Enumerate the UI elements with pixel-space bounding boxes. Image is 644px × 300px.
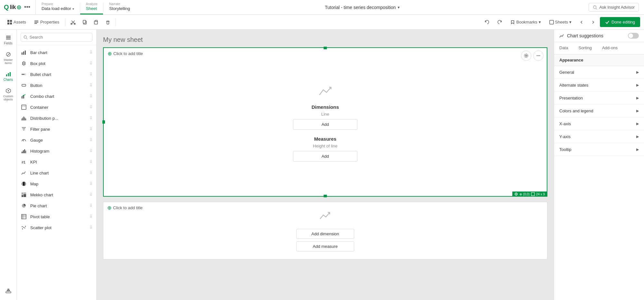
next-sheet-button[interactable] (588, 18, 598, 26)
rp-section-header-alternate-states[interactable]: Alternate states ▶ (554, 79, 644, 91)
resize-handle-top[interactable] (324, 47, 327, 49)
app-menu-button[interactable]: ••• (23, 4, 32, 11)
properties-toggle-button[interactable]: Properties (31, 18, 62, 27)
add-measure-button-2[interactable]: Add measure (296, 241, 354, 251)
chart-item-pivot-table[interactable]: Pivot table ⠿ (17, 211, 96, 222)
cut-button[interactable] (68, 18, 78, 27)
rp-section-y-axis: Y-axis ▶ (554, 130, 644, 143)
search-input-wrap[interactable] (21, 33, 92, 42)
rp-section-header-general[interactable]: General ▶ (554, 66, 644, 79)
rp-tab-sorting[interactable]: Sorting (573, 42, 597, 54)
chart-item-filter-pane[interactable]: Filter pane ⠿ (17, 124, 96, 135)
sidebar-item-bottom[interactable] (1, 285, 16, 296)
add-dimension-button-1[interactable]: Add (293, 119, 357, 130)
rp-tab-data[interactable]: Data (554, 42, 573, 54)
paste-button[interactable] (91, 18, 101, 27)
chart-item-container[interactable]: Container ⠿ (17, 102, 96, 113)
svg-point-74 (22, 229, 23, 230)
pie-chart-label: Pie chart (30, 203, 47, 208)
chart-item-mekko[interactable]: Mekko chart ⠿ (17, 189, 96, 200)
button-icon (21, 82, 27, 89)
nav-analyze[interactable]: Analyze Sheet (80, 0, 103, 14)
rp-section-header-colors-legend[interactable]: Colors and legend ▶ (554, 105, 644, 117)
container-icon (21, 104, 27, 110)
widget-more-button[interactable] (533, 51, 544, 61)
combo-chart-drag-icon: ⠿ (90, 94, 92, 98)
chart-item-map[interactable]: Map ⠿ (17, 178, 96, 189)
copy-button[interactable] (80, 18, 90, 27)
bookmarks-button[interactable]: Bookmarks ▾ (507, 18, 544, 26)
click-to-add-title-2[interactable]: ⊕ Click to add title (107, 205, 143, 211)
chart-item-bar-chart[interactable]: Bar chart ⠿ (17, 47, 96, 58)
chart-item-line-chart[interactable]: Line chart ⠿ (17, 167, 96, 178)
gauge-icon (21, 137, 27, 143)
ask-advisor-button[interactable]: Ask Insight Advisor (589, 3, 639, 12)
chart-item-gauge[interactable]: Gauge ⠿ (17, 135, 96, 145)
bar-chart-drag-icon: ⠿ (90, 50, 92, 55)
click-to-add-title-1[interactable]: ⊕ Click to add title (108, 51, 143, 57)
rp-tab-addons[interactable]: Add-ons (597, 42, 623, 54)
prev-sheet-button[interactable] (577, 18, 586, 26)
undo-button[interactable] (481, 17, 492, 27)
delete-button[interactable] (103, 18, 113, 27)
rp-section-header-x-axis[interactable]: X-axis ▶ (554, 117, 644, 130)
widget-controls-1 (521, 51, 544, 61)
line-chart-icon (21, 170, 27, 176)
line-chart-label: Line chart (30, 171, 49, 175)
redo-button[interactable] (494, 17, 505, 27)
search-input[interactable] (30, 35, 90, 40)
sidebar-bottom (0, 285, 17, 296)
charts-panel: Bar chart ⠿ Box plot ⠿ (17, 30, 97, 300)
sidebar-item-fields[interactable]: Fields (1, 32, 16, 48)
rp-section-header-tooltip[interactable]: Tooltip ▶ (554, 143, 644, 156)
chart-item-button[interactable]: Button ⠿ (17, 80, 96, 91)
qlik-q-letter: Q (4, 4, 9, 11)
chart-item-bullet-chart[interactable]: Bullet chart ⠿ (17, 69, 96, 80)
nav-narrate[interactable]: Narrate Storytelling (103, 0, 136, 14)
chart-item-box-plot[interactable]: Box plot ⠿ (17, 58, 96, 69)
chart-item-pie-chart[interactable]: Pie chart ⠿ (17, 200, 96, 211)
svg-point-2 (593, 5, 596, 8)
rp-section-header-y-axis[interactable]: Y-axis ▶ (554, 130, 644, 143)
svg-point-76 (24, 228, 25, 229)
chart-item-scatter-plot[interactable]: Scatter plot ⠿ (17, 222, 96, 233)
chart-widget-1[interactable]: ⊕ Click to add title Dimensions Line A (103, 47, 547, 197)
chart-empty-icon-1 (317, 83, 333, 99)
sidebar-item-custom-objects[interactable]: Custom objects (1, 85, 16, 104)
chart-widget-2[interactable]: ⊕ Click to add title Add dimension Add m… (103, 202, 547, 259)
chart-item-kpi[interactable]: #1 KPI ⠿ (17, 156, 96, 167)
done-editing-button[interactable]: Done editing (600, 17, 640, 27)
nav-item-analyze[interactable]: Analyze Sheet (80, 0, 103, 14)
rp-section-header-presentation[interactable]: Presentation ▶ (554, 92, 644, 104)
chart-item-box-left: Box plot (21, 60, 45, 67)
sidebar-item-master-items[interactable]: Master items (1, 49, 16, 67)
rp-presentation-chevron-icon: ▶ (636, 96, 639, 100)
app-title-chevron-icon[interactable]: ▾ (398, 5, 400, 10)
widget-settings-button[interactable] (521, 51, 531, 61)
svg-rect-16 (83, 20, 86, 23)
chart-suggestions-toggle[interactable] (628, 33, 639, 39)
resize-handle-left[interactable] (102, 120, 105, 124)
chart-item-combo-left: Combo chart (21, 93, 54, 99)
svg-rect-59 (23, 150, 24, 153)
add-measure-button-1[interactable]: Add (293, 151, 357, 162)
sidebar-item-charts[interactable]: Charts (1, 69, 16, 84)
chart-item-histogram[interactable]: Histogram ⠿ (17, 145, 96, 156)
scatter-plot-icon (21, 224, 27, 231)
nav-prepare[interactable]: Prepare Data load editor ▾ (36, 0, 80, 14)
assets-toggle-button[interactable]: Assets (4, 18, 29, 27)
line-chart-drag-icon: ⠿ (90, 171, 92, 175)
resize-handle-bottom[interactable] (324, 195, 327, 197)
nav-item-narrate[interactable]: Narrate Storytelling (103, 0, 136, 14)
chart-item-combo-chart[interactable]: Combo chart ⠿ (17, 91, 96, 102)
settings-icon (524, 53, 528, 58)
nav-item-prepare[interactable]: Prepare Data load editor ▾ (36, 0, 80, 14)
sheets-button[interactable]: Sheets ▾ (546, 18, 575, 26)
svg-rect-22 (6, 37, 11, 38)
svg-rect-19 (107, 21, 109, 24)
svg-rect-4 (7, 20, 9, 22)
add-dimension-button-2[interactable]: Add dimension (296, 229, 354, 239)
chart-item-distribution[interactable]: Distribution p... ⠿ (17, 113, 96, 124)
svg-rect-27 (10, 72, 11, 76)
bookmarks-label: Bookmarks (516, 20, 537, 24)
